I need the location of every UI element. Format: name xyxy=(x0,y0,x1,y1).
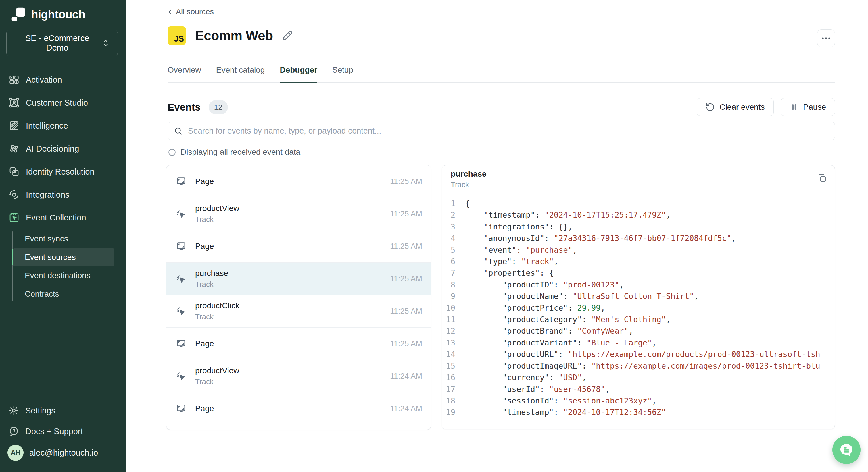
code-line: 15 "productImageURL": "https://example.c… xyxy=(442,360,835,372)
sidebar-item-event-collection[interactable]: Event Collection xyxy=(0,206,126,229)
code-line: 17 "userId": "user-45678", xyxy=(442,383,835,395)
user-menu[interactable]: AH alec@hightouch.io xyxy=(0,442,126,464)
line-number: 2 xyxy=(442,209,455,221)
sidebar-item-event-destinations[interactable]: Event destinations xyxy=(13,266,114,285)
sidebar-item-identity-resolution[interactable]: Identity Resolution xyxy=(0,160,126,183)
payload-json-viewer[interactable]: 1{2 "timestamp": "2024-10-17T15:25:17.47… xyxy=(442,193,835,429)
cursor-click-icon-wrap xyxy=(176,306,187,317)
line-number: 5 xyxy=(442,244,455,256)
page-icon-wrap xyxy=(176,338,187,349)
edit-title-button[interactable] xyxy=(282,30,292,41)
search-input[interactable] xyxy=(187,126,829,136)
event-time: 11:25 AM xyxy=(390,242,422,251)
tab-overview[interactable]: Overview xyxy=(167,65,201,82)
tab-debugger[interactable]: Debugger xyxy=(280,65,317,82)
event-row[interactable]: purchaseTrack11:25 AM xyxy=(166,263,431,295)
code-line: 19 "timestamp": "2024-10-17T12:34:56Z" xyxy=(442,407,835,418)
activation-icon xyxy=(9,74,20,85)
event-name: Page xyxy=(195,242,214,251)
page-icon-wrap xyxy=(176,176,187,187)
logo-text: hightouch xyxy=(31,8,85,21)
events-count-badge: 12 xyxy=(209,100,228,114)
sidebar-item-activation[interactable]: Activation xyxy=(0,68,126,91)
info-row: Displaying all received event data xyxy=(167,147,300,157)
event-time: 11:24 AM xyxy=(390,372,422,381)
sidebar-item-event-sources[interactable]: Event sources xyxy=(13,248,114,266)
event-row[interactable]: productViewTrack11:25 AM xyxy=(166,198,431,230)
event-row[interactable]: productClickTrack11:25 AM xyxy=(166,295,431,328)
event-name: productView xyxy=(195,366,240,375)
breadcrumb[interactable]: All sources xyxy=(166,7,214,16)
line-number: 1 xyxy=(442,198,455,209)
sidebar-item-integrations[interactable]: Integrations xyxy=(0,183,126,206)
event-name: productView xyxy=(195,204,240,213)
sidebar-item-label: Integrations xyxy=(26,190,69,200)
line-number: 6 xyxy=(442,256,455,267)
sidebar-item-label: Docs + Support xyxy=(25,427,83,436)
line-number: 13 xyxy=(442,337,455,348)
event-type: Track xyxy=(195,280,228,289)
sidebar-item-label: Settings xyxy=(25,406,56,415)
line-number: 18 xyxy=(442,395,455,407)
rotate-ccw-icon xyxy=(706,102,715,112)
cursor-click-icon xyxy=(176,306,187,317)
sidebar-item-label: Identity Resolution xyxy=(26,167,95,176)
line-number: 10 xyxy=(442,302,455,314)
hightouch-logo-icon xyxy=(10,6,26,23)
more-options-button[interactable] xyxy=(817,29,835,47)
line-number: 15 xyxy=(442,360,455,372)
code-line: 1{ xyxy=(442,198,835,209)
event-row[interactable]: Page11:24 AM xyxy=(166,393,431,425)
code-line: 2 "timestamp": "2024-10-17T15:25:17.479Z… xyxy=(442,209,835,221)
chat-fab[interactable] xyxy=(832,436,861,464)
event-name: Page xyxy=(195,404,214,413)
tab-event-catalog[interactable]: Event catalog xyxy=(216,65,265,82)
ellipsis-icon xyxy=(820,32,832,44)
event-row[interactable]: Page11:25 AM xyxy=(166,328,431,360)
integrations-icon xyxy=(9,189,20,200)
line-number: 17 xyxy=(442,383,455,395)
hightouch-logo: hightouch xyxy=(10,6,85,23)
sidebar-item-customer-studio[interactable]: Customer Studio xyxy=(0,91,126,114)
clear-events-button[interactable]: Clear events xyxy=(697,98,773,116)
line-number: 9 xyxy=(442,291,455,302)
events-header: Events 12 Clear events Pause xyxy=(167,98,835,116)
code-line: 4 "anonymousId": "27a34316-7913-46f7-bb0… xyxy=(442,233,835,244)
pause-button[interactable]: Pause xyxy=(781,98,835,116)
identity-resolution-icon xyxy=(9,166,20,177)
sidebar: hightouch SE - eCommerce Demo Activation… xyxy=(0,0,126,472)
event-row[interactable]: productViewTrack11:24 AM xyxy=(166,360,431,393)
tab-setup[interactable]: Setup xyxy=(332,65,353,82)
code-line: 7 "properties": { xyxy=(442,267,835,279)
title-row: JS Ecomm Web xyxy=(167,26,292,45)
sidebar-item-label: Customer Studio xyxy=(26,98,88,108)
code-line: 11 "productCategory": "Men's Clothing", xyxy=(442,314,835,325)
copy-payload-button[interactable] xyxy=(817,173,827,183)
cursor-click-icon-wrap xyxy=(176,273,187,284)
workspace-selector[interactable]: SE - eCommerce Demo xyxy=(6,30,118,56)
copy-icon xyxy=(817,173,827,183)
info-text: Displaying all received event data xyxy=(181,147,300,157)
sidebar-item-intelligence[interactable]: Intelligence xyxy=(0,114,126,137)
code-line: 12 "productBrand": "ComfyWear", xyxy=(442,325,835,337)
cursor-click-icon-wrap xyxy=(176,371,187,381)
sidebar-nav: ActivationCustomer StudioIntelligenceAI … xyxy=(0,68,126,303)
sidebar-item-contracts[interactable]: Contracts xyxy=(13,285,114,303)
code-line: 16 "currency": "USD", xyxy=(442,372,835,383)
code-line: 13 "productVariant": "Blue - Large", xyxy=(442,337,835,348)
sidebar-item-docs-support[interactable]: Docs + Support xyxy=(0,421,126,442)
event-time: 11:25 AM xyxy=(390,339,422,348)
event-time: 11:25 AM xyxy=(390,210,422,218)
sidebar-item-event-syncs[interactable]: Event syncs xyxy=(13,230,114,248)
event-row[interactable]: Page11:25 AM xyxy=(166,230,431,263)
event-name: Page xyxy=(195,177,214,186)
line-number: 8 xyxy=(442,279,455,291)
code-line: 6 "type": "track", xyxy=(442,256,835,267)
sidebar-item-ai-decisioning[interactable]: AI Decisioning xyxy=(0,137,126,160)
code-line: 18 "sessionId": "session-abc123xyz", xyxy=(442,395,835,407)
event-name: productClick xyxy=(195,301,240,310)
cursor-click-icon-wrap xyxy=(176,208,187,220)
sidebar-item-settings[interactable]: Settings xyxy=(0,400,126,421)
sidebar-item-label: Activation xyxy=(26,75,62,85)
event-row[interactable]: Page11:25 AM xyxy=(166,165,431,198)
